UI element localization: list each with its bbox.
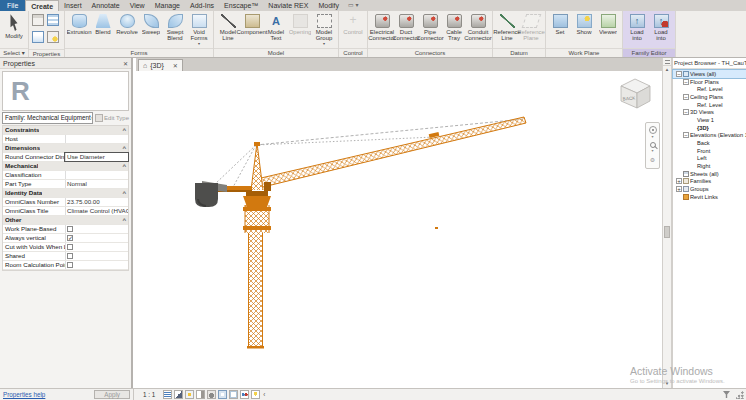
collapse-box-icon[interactable]: − (683, 109, 689, 115)
blend-button[interactable]: Blend (91, 13, 115, 35)
component-button[interactable]: Component (240, 13, 264, 35)
section-mechanical[interactable]: Mechanical^ (3, 162, 128, 171)
browser-item-ceiling-plans[interactable]: −Ceiling Plans (673, 93, 746, 101)
visual-style-icon[interactable] (174, 390, 183, 399)
always-vertical-value[interactable]: ✓ (65, 234, 128, 242)
model-line-button[interactable]: Model Line (216, 13, 240, 42)
navbar-options-gear-icon[interactable]: ⚙ (650, 157, 655, 164)
tab-modify[interactable]: Modify (313, 0, 344, 11)
browser-item-revit-links[interactable]: Revit Links (673, 193, 746, 201)
zoom-tool-icon[interactable] (650, 142, 656, 148)
cable-tray-connector-button[interactable]: Cable Tray Connector (442, 13, 466, 43)
section-identity-data[interactable]: Identity Data^ (3, 189, 128, 198)
crop-view-icon[interactable] (218, 390, 227, 399)
tab-view[interactable]: View (125, 0, 150, 11)
tab-naviate-rex[interactable]: Naviate REX (263, 0, 313, 11)
properties-help-link[interactable]: Properties help (3, 391, 45, 398)
close-view-icon[interactable]: ✕ (173, 62, 178, 69)
part-type-value[interactable]: Normal (65, 180, 128, 188)
collapse-icon[interactable]: ^ (122, 216, 126, 224)
host-value[interactable] (65, 135, 128, 143)
browser-item-sheets-all[interactable]: Sheets (all) (673, 170, 746, 178)
section-constraints[interactable]: Constraints^ (3, 126, 128, 135)
filter-icon[interactable] (723, 391, 730, 398)
detail-level-icon[interactable] (163, 390, 172, 399)
collapse-box-icon[interactable]: − (683, 132, 689, 138)
model-text-button[interactable]: Model Text (264, 13, 288, 42)
browser-item-floor-plans[interactable]: −Floor Plans (673, 78, 746, 86)
model-group-button[interactable]: Model Group▾ (312, 13, 336, 45)
family-types-grid-button[interactable] (47, 14, 61, 28)
drawing-area[interactable]: BACK ▾ ▾ ⚙ (136, 71, 662, 388)
tab-insert[interactable]: Insert (59, 0, 87, 11)
rendering-dialog-icon[interactable] (207, 390, 216, 399)
temporary-hide-isolate-icon[interactable] (240, 390, 249, 399)
collapse-box-icon[interactable]: − (683, 79, 689, 85)
tab-file[interactable]: File (0, 0, 25, 11)
resize-grip-icon[interactable] (736, 391, 744, 399)
reveal-hidden-elements-icon[interactable] (251, 390, 260, 399)
viewcube[interactable]: BACK (617, 75, 655, 113)
chevron-down-icon[interactable]: ▾ (651, 135, 653, 139)
tab-create[interactable]: Create (25, 0, 59, 11)
type-selector-dropdown[interactable]: Family: Mechanical Equipment ∨ (2, 112, 93, 124)
sweep-button[interactable]: Sweep (139, 13, 163, 35)
round-connector-dimension-value[interactable]: Use Diameter (65, 153, 128, 161)
browser-item-ref-level[interactable]: Ref. Level (673, 101, 746, 109)
omniclass-number-value[interactable]: 23.75.00.00 (65, 198, 128, 206)
shared-value[interactable] (65, 252, 128, 260)
always-vertical-checkbox[interactable]: ✓ (67, 235, 73, 241)
electrical-connector-button[interactable]: Electrical Connector (370, 13, 394, 42)
extrusion-button[interactable]: Extrusion (67, 13, 91, 35)
conduit-connector-button[interactable]: Conduit Connector (466, 13, 490, 42)
collapse-icon[interactable]: ^ (122, 189, 126, 197)
tab-enscape[interactable]: Enscape™ (219, 0, 263, 11)
modify-button[interactable]: Modify (2, 13, 26, 39)
steering-wheel-icon[interactable] (649, 126, 657, 134)
section-other[interactable]: Other^ (3, 216, 128, 225)
sun-path-icon[interactable] (185, 390, 194, 399)
browser-item-view-1[interactable]: View 1 (673, 116, 746, 124)
view-scale-button[interactable]: 1 : 1 (143, 391, 155, 398)
collapse-icon[interactable]: ^ (122, 162, 126, 170)
properties-palette-button[interactable] (32, 31, 46, 45)
expand-box-icon[interactable]: + (676, 186, 682, 192)
cut-with-voids-when-loaded-checkbox[interactable] (67, 244, 73, 250)
browser-item-left[interactable]: Left (673, 155, 746, 163)
browser-item-3d[interactable]: {3D} (673, 124, 746, 132)
browser-item-back[interactable]: Back (673, 139, 746, 147)
family-types-button[interactable] (47, 31, 61, 45)
collapse-box-icon[interactable]: − (683, 94, 689, 100)
classification-value[interactable] (65, 171, 128, 179)
shared-checkbox[interactable] (67, 253, 73, 259)
scroll-down-icon[interactable]: ▼ (663, 380, 671, 388)
browser-item-families[interactable]: +Families (673, 178, 746, 186)
browser-item-groups[interactable]: +Groups (673, 185, 746, 193)
browser-item-elevations-elevation-1[interactable]: −Elevations (Elevation 1) (673, 132, 746, 140)
section-dimensions[interactable]: Dimensions^ (3, 144, 128, 153)
scrollbar-thumb[interactable] (664, 226, 670, 238)
duct-connector-button[interactable]: Duct Connector (394, 13, 418, 42)
room-calculation-point-checkbox[interactable] (67, 262, 73, 268)
browser-item-front[interactable]: Front (673, 147, 746, 155)
revolve-button[interactable]: Revolve (115, 13, 139, 35)
crane-model[interactable] (136, 71, 662, 388)
load-into-project-and-close-button[interactable]: Load into Project and Close (649, 13, 673, 43)
load-into-project-button[interactable]: Load into Project (625, 13, 649, 43)
chevron-down-icon[interactable]: ▾ (651, 149, 653, 153)
work-plane-based-checkbox[interactable] (67, 226, 73, 232)
viewer-button[interactable]: Viewer (596, 13, 620, 35)
collapse-icon[interactable]: ^ (122, 144, 126, 152)
show-button[interactable]: Show (572, 13, 596, 35)
tab-manage[interactable]: Manage (150, 0, 185, 11)
collapse-box-icon[interactable]: − (676, 71, 682, 77)
browser-item-3d-views[interactable]: −3D Views (673, 108, 746, 116)
room-calculation-point-value[interactable] (65, 261, 128, 269)
close-properties-icon[interactable]: ✕ (123, 60, 128, 67)
view-control-overflow[interactable]: ‹ (263, 391, 265, 398)
omniclass-title-value[interactable]: Climate Control (HVAC) (65, 207, 128, 215)
tab-annotate[interactable]: Annotate (87, 0, 125, 11)
browser-item-ref-level[interactable]: Ref. Level (673, 85, 746, 93)
show-crop-region-icon[interactable] (229, 390, 238, 399)
set-button[interactable]: Set (548, 13, 572, 35)
